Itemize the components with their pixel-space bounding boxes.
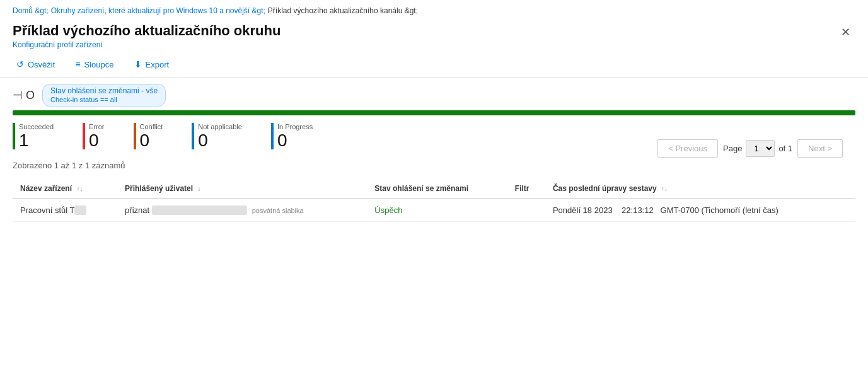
user-name: přiznat	[125, 205, 149, 215]
toolbar: ↺ Osvěžit ≡ Sloupce ⬇ Export	[0, 52, 868, 78]
filter-tag-sub: Check-in status == all	[50, 96, 117, 103]
status-value: Úspěch	[374, 205, 402, 215]
col-user-label: Přihlášený uživatel	[125, 184, 193, 193]
col-user[interactable]: Přihlášený uživatel ↓	[117, 179, 367, 199]
time-zone: GMT-0700 (Tichomoří (letní čas)	[661, 205, 778, 215]
cell-status: Úspěch	[367, 199, 507, 222]
table-header-row: Název zařízení ↑↓ Přihlášený uživatel ↓ …	[13, 179, 855, 199]
user-tag: posvátná slabika	[252, 207, 304, 214]
col-filter-label: Filtr	[515, 184, 529, 193]
stat-error-label: Error	[89, 123, 104, 130]
page-subtitle: Konfigurační profil zařízení	[13, 40, 281, 49]
user-email-blurred: ████████████████	[152, 205, 247, 215]
filter-tag-main: Stav ohlášení se změnami - vše	[50, 86, 158, 95]
stat-in-progress-label: In Progress	[277, 123, 313, 130]
filter-tag[interactable]: Stav ohlášení se změnami - vše Check-in …	[42, 84, 166, 107]
col-user-sort-icon: ↓	[197, 185, 200, 192]
refresh-icon: ↺	[16, 59, 24, 69]
filter-row: ⊣ O Stav ohlášení se změnami - vše Check…	[0, 78, 868, 110]
records-text: Zobrazeno 1 až 1 z 1 záznamů	[13, 161, 125, 170]
previous-button[interactable]: < Previous	[657, 139, 718, 158]
breadcrumb-current: Příklad výchozího aktualizačního kanálu …	[268, 6, 418, 15]
filter-icon: ⊣ O	[13, 88, 35, 102]
col-device-name-label: Název zařízení	[20, 184, 72, 193]
records-pagination-row: Zobrazeno 1 až 1 z 1 záznamů < Previous …	[0, 154, 868, 174]
device-name-blurred: 33	[74, 205, 86, 215]
stat-succeeded-value: 1	[19, 132, 54, 149]
data-table-section: Název zařízení ↑↓ Přihlášený uživatel ↓ …	[0, 179, 868, 222]
stat-not-applicable-label: Not applicable	[198, 123, 242, 130]
stat-in-progress[interactable]: In Progress 0	[271, 123, 332, 149]
data-table: Název zařízení ↑↓ Přihlášený uživatel ↓ …	[13, 179, 855, 222]
page-of: of 1	[778, 144, 792, 153]
pagination: < Previous Page 1 of 1 Next >	[657, 139, 843, 158]
time-value: 22:13:12	[622, 205, 654, 215]
stat-error-value: 0	[89, 132, 104, 149]
col-time-label: Čas poslední úpravy sestavy	[553, 184, 657, 193]
pagination-page: Page 1 of 1	[723, 140, 792, 157]
col-status-label: Stav ohlášení se změnami	[374, 184, 468, 193]
columns-icon: ≡	[75, 59, 80, 69]
refresh-button[interactable]: ↺ Osvěžit	[13, 57, 59, 72]
breadcrumb-home[interactable]: Domů &gt;	[13, 6, 49, 15]
stat-conflict-value: 0	[140, 132, 163, 149]
time-date: Pondělí 18 2023	[553, 205, 613, 215]
col-filter: Filtr	[507, 179, 545, 199]
stat-not-applicable-value: 0	[198, 132, 242, 149]
progress-bar-inner	[13, 110, 855, 115]
col-time[interactable]: Čas poslední úpravy sestavy ↑↓	[545, 179, 855, 199]
cell-filter	[507, 199, 545, 222]
progress-bar-outer	[13, 110, 855, 115]
columns-button[interactable]: ≡ Sloupce	[71, 57, 117, 72]
stat-conflict[interactable]: Conflict 0	[134, 123, 182, 149]
cell-device-name: Pracovní stůl T33	[13, 199, 117, 222]
refresh-label: Osvěžit	[28, 60, 55, 69]
export-button[interactable]: ⬇ Export	[130, 57, 173, 72]
breadcrumb-rings[interactable]: Okruhy zařízení, které aktualizují pro W…	[51, 6, 265, 15]
col-device-name[interactable]: Název zařízení ↑↓	[13, 179, 117, 199]
page-label: Page	[723, 144, 742, 153]
stat-not-applicable[interactable]: Not applicable 0	[192, 123, 261, 149]
table-row: Pracovní stůl T33 přiznat ██████████████…	[13, 199, 855, 222]
cell-user: přiznat ████████████████ posvátná slabik…	[117, 199, 367, 222]
stat-conflict-label: Conflict	[140, 123, 163, 130]
page-select[interactable]: 1	[746, 140, 775, 157]
col-status: Stav ohlášení se změnami	[367, 179, 507, 199]
next-button[interactable]: Next >	[797, 139, 843, 158]
columns-label: Sloupce	[84, 60, 114, 69]
stat-in-progress-value: 0	[277, 132, 313, 149]
filter-toggle: ⊣ O	[13, 88, 35, 102]
page-title: Příklad výchozího aktualizačního okruhu	[13, 23, 281, 39]
stat-succeeded[interactable]: Succeeded 1	[13, 123, 72, 149]
device-name-visible: Pracovní stůl T	[20, 205, 74, 215]
export-icon: ⬇	[134, 59, 142, 69]
cell-time: Pondělí 18 2023 22:13:12 GMT-0700 (Ticho…	[545, 199, 855, 222]
stat-succeeded-label: Succeeded	[19, 123, 54, 130]
col-time-sort-icon: ↑↓	[661, 185, 668, 192]
breadcrumb: Domů &gt; Okruhy zařízení, které aktuali…	[0, 0, 868, 18]
records-info: Zobrazeno 1 až 1 z 1 záznamů	[13, 154, 138, 174]
col-device-name-sort-icon: ↑↓	[76, 185, 83, 192]
export-label: Export	[146, 60, 170, 69]
progress-bar-section	[0, 110, 868, 115]
page-header: Příklad výchozího aktualizačního okruhu …	[0, 18, 868, 52]
close-button[interactable]: ✕	[836, 23, 855, 42]
stat-error[interactable]: Error 0	[83, 123, 123, 149]
